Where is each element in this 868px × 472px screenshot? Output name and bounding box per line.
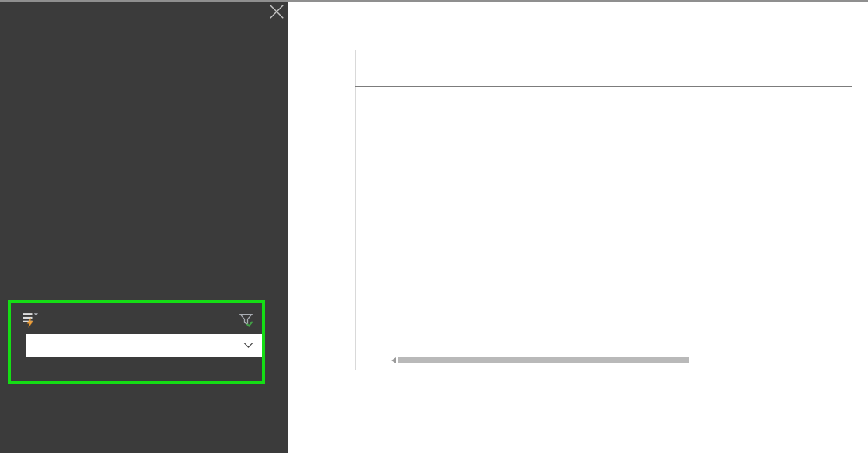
card-border-bottom — [355, 370, 852, 370]
scrollbar-left-arrow-icon[interactable] — [391, 357, 396, 363]
dashboard-canvas — [0, 0, 868, 472]
card-border-left — [355, 50, 356, 370]
title-separator — [355, 86, 852, 87]
window-top-edge — [0, 0, 868, 2]
scrollbar-thumb[interactable] — [398, 357, 689, 363]
card-border-top — [355, 50, 852, 50]
